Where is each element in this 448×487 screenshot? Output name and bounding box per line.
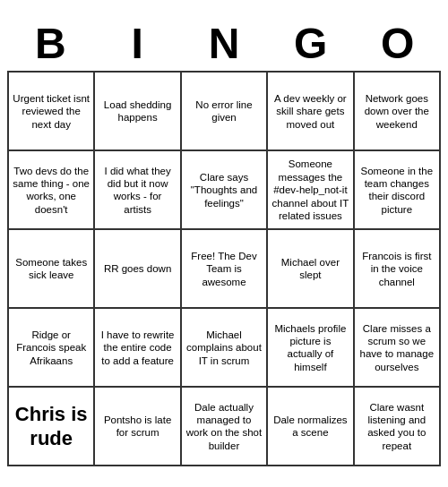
bingo-cell-8[interactable]: Someone messages the #dev-help_not-it ch…	[268, 151, 354, 230]
bingo-cell-6[interactable]: I did what they did but it now works - f…	[95, 151, 181, 230]
bingo-cell-3[interactable]: A dev weekly or skill share gets moved o…	[268, 73, 354, 151]
letter-i: I	[98, 21, 177, 68]
bingo-cell-20[interactable]: Chris is rude	[9, 388, 95, 466]
letter-b: B	[11, 21, 90, 68]
bingo-cell-0[interactable]: Urgent ticket isnt reviewed the next day	[9, 73, 95, 151]
bingo-cell-11[interactable]: RR goes down	[95, 230, 181, 309]
bingo-cell-9[interactable]: Someone in the team changes their discor…	[355, 151, 441, 230]
bingo-cell-12[interactable]: Free! The Dev Team is awesome	[182, 230, 268, 309]
bingo-cell-5[interactable]: Two devs do the same thing - one works, …	[9, 151, 95, 230]
bingo-grid: Urgent ticket isnt reviewed the next day…	[7, 71, 441, 466]
bingo-cell-1[interactable]: Load shedding happens	[95, 73, 181, 151]
bingo-card: B I N G O Urgent ticket isnt reviewed th…	[0, 13, 448, 474]
bingo-cell-19[interactable]: Clare misses a scrum so we have to manag…	[355, 309, 441, 388]
bingo-title: B I N G O	[7, 21, 441, 68]
bingo-cell-22[interactable]: Dale actually managed to work on the sho…	[182, 388, 268, 466]
bingo-cell-2[interactable]: No error line given	[182, 73, 268, 151]
bingo-cell-17[interactable]: Michael complains about IT in scrum	[182, 309, 268, 388]
bingo-cell-18[interactable]: Michaels profile picture is actually of …	[268, 309, 354, 388]
bingo-cell-14[interactable]: Francois is first in the voice channel	[355, 230, 441, 309]
bingo-cell-23[interactable]: Dale normalizes a scene	[268, 388, 354, 466]
letter-o: O	[358, 21, 437, 68]
bingo-cell-10[interactable]: Someone takes sick leave	[9, 230, 95, 309]
bingo-cell-24[interactable]: Clare wasnt listening and asked you to r…	[355, 388, 441, 466]
bingo-cell-4[interactable]: Network goes down over the weekend	[355, 73, 441, 151]
bingo-cell-15[interactable]: Ridge or Francois speak Afrikaans	[9, 309, 95, 388]
bingo-cell-16[interactable]: I have to rewrite the entire code to add…	[95, 309, 181, 388]
bingo-cell-21[interactable]: Pontsho is late for scrum	[95, 388, 181, 466]
letter-n: N	[185, 21, 263, 68]
bingo-cell-7[interactable]: Clare says "Thoughts and feelings"	[182, 151, 268, 230]
letter-g: G	[271, 21, 350, 68]
bingo-cell-13[interactable]: Michael over slept	[268, 230, 354, 309]
